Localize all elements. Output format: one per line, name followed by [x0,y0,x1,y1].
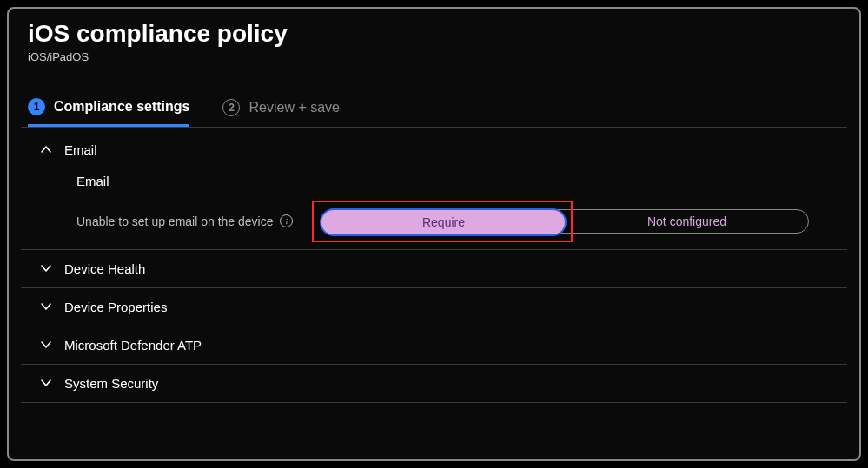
sections-container: Email Email Unable to set up email on th… [9,128,859,403]
chevron-down-icon [40,300,52,313]
chevron-down-icon [40,339,52,351]
setting-row: Unable to set up email on the device i R… [76,209,840,234]
tab-compliance-settings[interactable]: 1 Compliance settings [28,98,189,127]
chevron-down-icon [40,377,52,389]
tab-step-number: 1 [28,98,45,115]
section-header-device-health[interactable]: Device Health [9,250,859,287]
section-subhead: Email [76,174,840,188]
section-title: Device Properties [64,300,167,314]
tab-step-number: 2 [222,99,240,116]
policy-panel: iOS compliance policy iOS/iPadOS 1 Compl… [7,7,861,461]
section-header-email[interactable]: Email [9,131,859,168]
toggle-wrap: Require Not configured [321,209,809,234]
page-title: iOS compliance policy [28,19,840,49]
toggle-option-require[interactable]: Require [320,208,567,236]
tab-review-save[interactable]: 2 Review + save [222,99,340,125]
toggle-option-not-configured[interactable]: Not configured [565,210,808,233]
header: iOS compliance policy iOS/iPadOS [9,19,859,70]
section-title: System Security [64,376,158,391]
section-header-device-properties[interactable]: Device Properties [9,288,859,326]
chevron-up-icon [40,143,52,155]
section-header-defender-atp[interactable]: Microsoft Defender ATP [9,326,859,364]
tab-label: Compliance settings [54,99,189,115]
platform-subtitle: iOS/iPadOS [28,50,840,63]
divider [21,402,847,403]
section-header-system-security[interactable]: System Security [9,365,859,402]
setting-label: Unable to set up email on the device [76,214,273,228]
wizard-tabs: 1 Compliance settings 2 Review + save [9,70,859,127]
info-icon[interactable]: i [280,214,293,227]
section-title: Microsoft Defender ATP [64,338,202,353]
chevron-down-icon [40,262,52,274]
section-title: Device Health [64,261,145,276]
toggle-segmented: Require Not configured [321,209,809,234]
tab-label: Review + save [248,100,340,115]
section-title: Email [64,142,97,157]
section-body-email: Email Unable to set up email on the devi… [9,168,859,249]
